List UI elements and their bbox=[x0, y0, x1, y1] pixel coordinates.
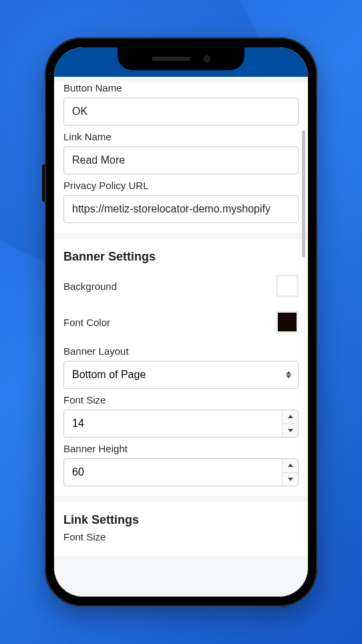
font-color-label: Font Color bbox=[63, 317, 110, 328]
font-size-down-button[interactable] bbox=[283, 424, 298, 438]
banner-layout-select[interactable]: Bottom of Page bbox=[63, 361, 299, 389]
privacy-url-label: Privacy Policy URL bbox=[63, 180, 299, 195]
chevron-up-icon bbox=[288, 464, 293, 467]
chevron-up-icon bbox=[288, 415, 293, 418]
banner-height-label: Banner Height bbox=[63, 443, 299, 458]
banner-height-up-button[interactable] bbox=[283, 459, 298, 473]
font-size-value: 14 bbox=[64, 410, 282, 437]
font-size-up-button[interactable] bbox=[283, 410, 298, 424]
banner-height-stepper[interactable]: 60 bbox=[63, 458, 299, 486]
font-color-swatch[interactable] bbox=[276, 311, 299, 333]
banner-settings-title: Banner Settings bbox=[63, 242, 299, 268]
chevron-down-icon bbox=[288, 478, 293, 481]
link-settings-title: Link Settings bbox=[63, 505, 299, 531]
banner-layout-value: Bottom of Page bbox=[72, 369, 146, 381]
link-name-label: Link Name bbox=[63, 131, 299, 146]
banner-height-down-button[interactable] bbox=[283, 473, 298, 486]
chevron-down-icon bbox=[288, 429, 293, 432]
button-name-input[interactable] bbox=[63, 98, 299, 126]
font-size-stepper[interactable]: 14 bbox=[63, 410, 299, 438]
privacy-url-input[interactable] bbox=[63, 195, 299, 223]
banner-height-value: 60 bbox=[64, 459, 282, 486]
background-label: Background bbox=[63, 281, 117, 292]
link-font-size-label: Font Size bbox=[63, 531, 299, 546]
button-name-label: Button Name bbox=[63, 82, 299, 98]
link-name-input[interactable] bbox=[63, 146, 299, 174]
banner-layout-label: Banner Layout bbox=[63, 345, 299, 361]
scrollbar[interactable] bbox=[302, 130, 305, 257]
settings-form: Button Name Link Name Privacy Policy URL… bbox=[54, 77, 308, 597]
font-size-label: Font Size bbox=[63, 394, 299, 410]
background-color-swatch[interactable] bbox=[276, 275, 299, 297]
phone-notch bbox=[118, 47, 244, 70]
select-caret-icon bbox=[286, 371, 291, 379]
